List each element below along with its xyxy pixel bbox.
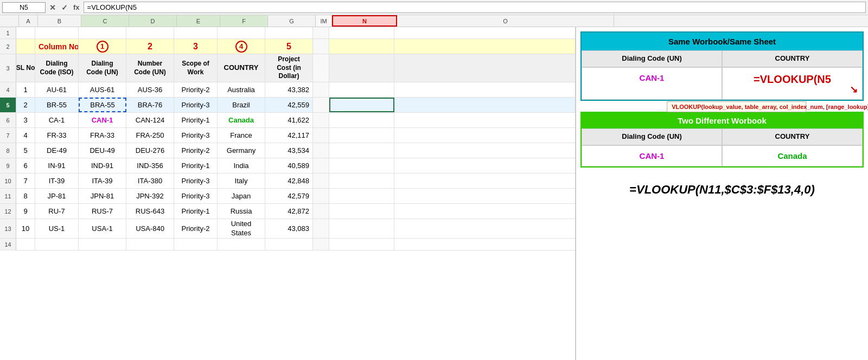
cell-G7[interactable]: 42,117: [265, 128, 313, 143]
cell-C7[interactable]: FRA-33: [79, 128, 126, 143]
cell-C3[interactable]: DialingCode (UN): [79, 54, 126, 82]
cell-N12[interactable]: [329, 204, 394, 218]
cell-B14[interactable]: [35, 239, 79, 250]
cell-IM14[interactable]: [313, 239, 329, 250]
cell-N10[interactable]: [329, 173, 394, 188]
cell-O3[interactable]: [394, 54, 575, 82]
cell-F5[interactable]: Brazil: [218, 98, 265, 112]
cell-D4[interactable]: AUS-36: [126, 82, 174, 97]
cell-D1[interactable]: [126, 27, 174, 38]
cell-O6[interactable]: [394, 113, 575, 127]
cell-O8[interactable]: [394, 143, 575, 158]
cell-N7[interactable]: [329, 128, 394, 143]
cell-N1[interactable]: [329, 27, 394, 38]
cell-N9[interactable]: [329, 158, 394, 173]
cell-G13[interactable]: 43,083: [265, 219, 313, 238]
cell-O2[interactable]: [394, 39, 575, 54]
cell-D3[interactable]: NumberCode (UN): [126, 54, 174, 82]
cell-E4[interactable]: Priority-2: [174, 82, 218, 97]
cell-C5[interactable]: BRA-55: [79, 98, 126, 112]
cell-F10[interactable]: Italy: [218, 173, 265, 188]
cell-O7[interactable]: [394, 128, 575, 143]
cell-A5[interactable]: 2: [16, 98, 35, 112]
cell-C10[interactable]: ITA-39: [79, 173, 126, 188]
cell-D7[interactable]: FRA-250: [126, 128, 174, 143]
cell-A12[interactable]: 9: [16, 204, 35, 218]
col-header-O[interactable]: O: [397, 15, 614, 27]
cell-C11[interactable]: JPN-81: [79, 189, 126, 203]
diff-workbook-lookup-value[interactable]: CAN-1: [582, 145, 722, 166]
cell-O9[interactable]: [394, 158, 575, 173]
cell-A1[interactable]: [16, 27, 35, 38]
cell-IM5[interactable]: [313, 98, 329, 112]
cell-N11[interactable]: [329, 189, 394, 203]
cell-IM7[interactable]: [313, 128, 329, 143]
col-header-G[interactable]: G: [268, 15, 316, 27]
cell-A13[interactable]: 10: [16, 219, 35, 238]
cell-O4[interactable]: [394, 82, 575, 97]
cell-N6[interactable]: [329, 113, 394, 127]
cell-D13[interactable]: USA-840: [126, 219, 174, 238]
cell-B1[interactable]: [35, 27, 79, 38]
cell-B9[interactable]: IN-91: [35, 158, 79, 173]
cell-IM1[interactable]: [313, 27, 329, 38]
cell-D5[interactable]: BRA-76: [126, 98, 174, 112]
cell-N8[interactable]: [329, 143, 394, 158]
cell-E13[interactable]: Priority-2: [174, 219, 218, 238]
cell-B13[interactable]: US-1: [35, 219, 79, 238]
cell-E12[interactable]: Priority-1: [174, 204, 218, 218]
cell-A3[interactable]: SL No: [16, 54, 35, 82]
cell-F12[interactable]: Russia: [218, 204, 265, 218]
cell-F8[interactable]: Germany: [218, 143, 265, 158]
cell-A6[interactable]: 3: [16, 113, 35, 127]
cell-G10[interactable]: 42,848: [265, 173, 313, 188]
col-header-IM[interactable]: IM: [316, 15, 332, 27]
col-header-A[interactable]: A: [19, 15, 38, 27]
cell-C6[interactable]: CAN-1: [79, 113, 126, 127]
cell-C1[interactable]: [79, 27, 126, 38]
cell-F13[interactable]: UnitedStates: [218, 219, 265, 238]
col-header-B[interactable]: B: [38, 15, 81, 27]
same-sheet-lookup-value[interactable]: CAN-1: [582, 67, 722, 100]
cell-G6[interactable]: 41,622: [265, 113, 313, 127]
cell-B12[interactable]: RU-7: [35, 204, 79, 218]
cell-N2[interactable]: [329, 39, 394, 54]
cell-B7[interactable]: FR-33: [35, 128, 79, 143]
same-sheet-formula[interactable]: =VLOOKUP(N5 ↘ VLOOKUP(lookup_value, tabl…: [722, 67, 863, 100]
cell-A11[interactable]: 8: [16, 189, 35, 203]
cell-B5[interactable]: BR-55: [35, 98, 79, 112]
cell-B8[interactable]: DE-49: [35, 143, 79, 158]
cell-G4[interactable]: 43,382: [265, 82, 313, 97]
cell-O5[interactable]: [394, 98, 575, 112]
col-header-D[interactable]: D: [129, 15, 177, 27]
cell-IM12[interactable]: [313, 204, 329, 218]
cell-F11[interactable]: Japan: [218, 189, 265, 203]
cell-A2[interactable]: [16, 39, 35, 54]
function-icon[interactable]: fx: [72, 3, 81, 11]
col-header-N[interactable]: N: [332, 15, 397, 27]
cell-D6[interactable]: CAN-124: [126, 113, 174, 127]
cell-B2[interactable]: Column No: >>: [35, 39, 79, 54]
cell-E7[interactable]: Priority-3: [174, 128, 218, 143]
cell-D2[interactable]: 2: [126, 39, 174, 54]
cell-G3[interactable]: ProjectCost (inDollar): [265, 54, 313, 82]
cell-D8[interactable]: DEU-276: [126, 143, 174, 158]
cell-D14[interactable]: [126, 239, 174, 250]
cell-O13[interactable]: [394, 219, 575, 238]
cell-F6[interactable]: Canada: [218, 113, 265, 127]
cell-IM2[interactable]: [313, 39, 329, 54]
confirm-icon[interactable]: ✓: [60, 3, 69, 12]
col-header-F[interactable]: F: [220, 15, 268, 27]
cell-C13[interactable]: USA-1: [79, 219, 126, 238]
col-header-E[interactable]: E: [177, 15, 220, 27]
name-box[interactable]: N5: [2, 2, 46, 13]
cell-F1[interactable]: [218, 27, 265, 38]
cell-G8[interactable]: 43,534: [265, 143, 313, 158]
col-header-C[interactable]: C: [81, 15, 129, 27]
cell-F14[interactable]: [218, 239, 265, 250]
cell-G11[interactable]: 42,579: [265, 189, 313, 203]
cell-IM11[interactable]: [313, 189, 329, 203]
cell-E14[interactable]: [174, 239, 218, 250]
cell-B3[interactable]: DialingCode (ISO): [35, 54, 79, 82]
cell-E6[interactable]: Priority-1: [174, 113, 218, 127]
